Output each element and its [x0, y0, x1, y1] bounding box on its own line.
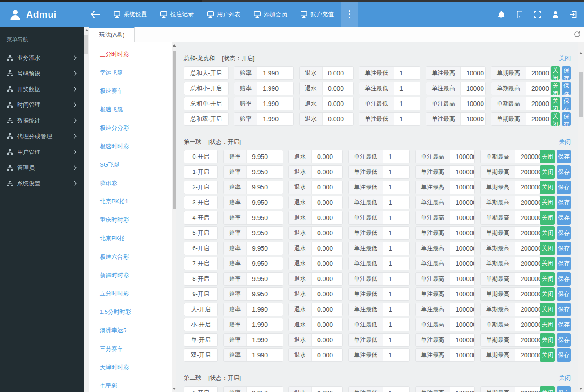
bet-item-toggle-button[interactable]: 小-开启	[184, 318, 218, 331]
sidebar-menu-item[interactable]: 开奖数据	[0, 81, 84, 97]
period-max-input[interactable]	[515, 181, 540, 194]
odds-input[interactable]	[247, 318, 283, 331]
max-bet-input[interactable]	[450, 303, 474, 316]
sidebar-menu-item[interactable]: 用户管理	[0, 144, 84, 160]
header-nav-item[interactable]: 系统设置	[107, 2, 154, 27]
rebate-input[interactable]	[312, 387, 342, 392]
game-list-item[interactable]: 三分时时彩	[89, 45, 172, 63]
game-list-item[interactable]: 澳洲幸运5	[89, 321, 172, 339]
section-close-link[interactable]: 关闭	[559, 54, 571, 62]
rebate-input[interactable]	[312, 211, 342, 224]
game-list-item[interactable]: 重庆时时彩	[89, 211, 172, 229]
max-bet-input[interactable]	[461, 113, 485, 125]
header-nav-item[interactable]: 用户列表	[200, 2, 247, 27]
max-bet-input[interactable]	[450, 227, 474, 239]
game-list-scroll-thumb[interactable]	[173, 51, 176, 209]
min-bet-input[interactable]	[383, 303, 409, 316]
odds-input[interactable]	[247, 257, 283, 270]
max-bet-input[interactable]	[450, 166, 474, 178]
game-list-item[interactable]: 北京PK拾1	[89, 192, 172, 211]
game-list-item[interactable]: 新疆时时彩	[89, 266, 172, 284]
bet-item-toggle-button[interactable]: 大-开启	[184, 303, 218, 316]
bet-item-toggle-button[interactable]: 2-开启	[184, 181, 218, 194]
min-bet-input[interactable]	[394, 67, 420, 79]
min-bet-input[interactable]	[383, 150, 409, 163]
notifications-button[interactable]	[492, 2, 510, 27]
odds-input[interactable]	[247, 387, 283, 392]
bet-item-toggle-button[interactable]: 总和大-开启	[184, 66, 229, 80]
max-bet-input[interactable]	[450, 196, 474, 209]
save-button[interactable]: 保存	[557, 318, 571, 331]
max-bet-input[interactable]	[450, 318, 474, 331]
game-list-item[interactable]: 幸运飞艇	[89, 63, 172, 82]
game-list-item[interactable]: 七星彩	[89, 376, 172, 392]
game-list-item[interactable]: 极速飞艇	[89, 100, 172, 119]
odds-input[interactable]	[247, 349, 283, 361]
rebate-input[interactable]	[312, 227, 342, 239]
bet-item-toggle-button[interactable]: 6-开启	[184, 242, 218, 255]
close-button[interactable]: 关闭	[540, 196, 555, 209]
max-bet-input[interactable]	[450, 273, 474, 285]
min-bet-input[interactable]	[394, 82, 420, 95]
odds-input[interactable]	[257, 97, 293, 110]
odds-input[interactable]	[247, 181, 283, 194]
close-button[interactable]: 关闭	[551, 97, 560, 110]
save-button[interactable]: 保存	[557, 272, 571, 286]
sidebar-menu-item[interactable]: 数据统计	[0, 113, 84, 128]
bet-item-toggle-button[interactable]: 总和小-开启	[184, 82, 229, 95]
sidebar-menu-item[interactable]: 号码预设	[0, 66, 84, 81]
save-button[interactable]: 保存	[557, 150, 571, 163]
rebate-input[interactable]	[323, 97, 353, 110]
sidebar-menu-item[interactable]: 时间管理	[0, 97, 84, 113]
section-close-link[interactable]: 关闭	[559, 138, 571, 146]
max-bet-input[interactable]	[450, 181, 474, 194]
bet-item-toggle-button[interactable]: 1-开启	[184, 165, 218, 179]
min-bet-input[interactable]	[383, 196, 409, 209]
close-button[interactable]: 关闭	[540, 272, 555, 286]
close-button[interactable]: 关闭	[540, 165, 555, 179]
max-bet-input[interactable]	[450, 387, 474, 392]
save-button[interactable]: 保存	[557, 386, 571, 392]
rebate-input[interactable]	[312, 242, 342, 255]
max-bet-input[interactable]	[461, 97, 485, 110]
period-max-input[interactable]	[526, 97, 550, 110]
odds-input[interactable]	[247, 273, 283, 285]
period-max-input[interactable]	[515, 150, 540, 163]
save-button[interactable]: 保存	[557, 287, 571, 301]
save-button[interactable]: 保存	[557, 165, 571, 179]
period-max-input[interactable]	[526, 113, 550, 125]
header-nav-item[interactable]: 添加会员	[247, 2, 294, 27]
mobile-view-button[interactable]	[510, 2, 528, 27]
close-button[interactable]: 关闭	[551, 82, 560, 95]
bet-item-toggle-button[interactable]: 0-开启	[184, 386, 218, 392]
game-list-item[interactable]: 天津时时彩	[89, 358, 172, 376]
game-list-item[interactable]: SG飞艇	[89, 155, 172, 174]
sidebar-menu-item[interactable]: 代理分成管理	[0, 128, 84, 144]
save-button[interactable]: 保存	[562, 112, 571, 126]
odds-input[interactable]	[247, 166, 283, 178]
rebate-input[interactable]	[312, 257, 342, 270]
save-button[interactable]: 保存	[557, 257, 571, 270]
period-max-input[interactable]	[515, 257, 540, 270]
bet-item-toggle-button[interactable]: 3-开启	[184, 196, 218, 209]
header-nav-item[interactable]: 投注记录	[154, 2, 200, 27]
odds-input[interactable]	[247, 334, 283, 346]
min-bet-input[interactable]	[383, 242, 409, 255]
odds-input[interactable]	[247, 150, 283, 163]
save-button[interactable]: 保存	[557, 333, 571, 347]
save-button[interactable]: 保存	[557, 196, 571, 209]
period-max-input[interactable]	[515, 288, 540, 300]
max-bet-input[interactable]	[450, 257, 474, 270]
rebate-input[interactable]	[312, 273, 342, 285]
tab-playtype-a[interactable]: 玩法(A盘)	[89, 27, 135, 42]
rebate-input[interactable]	[323, 113, 353, 125]
max-bet-input[interactable]	[461, 67, 485, 79]
period-max-input[interactable]	[515, 318, 540, 331]
close-button[interactable]: 关闭	[540, 242, 555, 255]
game-list-item[interactable]: 极速六合彩	[89, 247, 172, 266]
odds-input[interactable]	[257, 67, 293, 79]
game-list-item[interactable]: 极速时时彩	[89, 137, 172, 155]
period-max-input[interactable]	[515, 242, 540, 255]
bet-item-toggle-button[interactable]: 单-开启	[184, 333, 218, 347]
bet-item-toggle-button[interactable]: 双-开启	[184, 348, 218, 362]
